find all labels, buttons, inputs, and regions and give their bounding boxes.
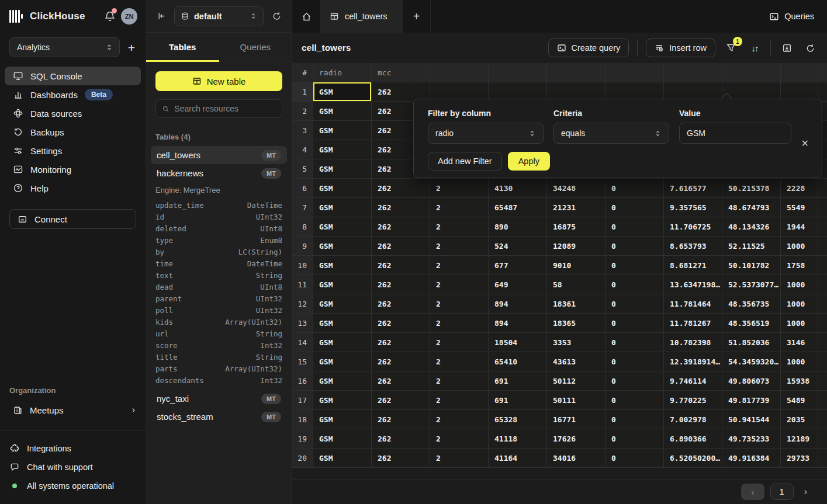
column-header[interactable]: # (292, 63, 313, 82)
table-cell[interactable]: 7.616577 (664, 179, 722, 197)
table-cell[interactable]: 8.653793 (664, 237, 722, 255)
table-cell[interactable]: 1000 (781, 237, 818, 255)
table-cell[interactable]: 2 (430, 429, 489, 448)
table-cell[interactable]: 34016 (547, 449, 605, 467)
tab-queries[interactable]: Queries (219, 33, 292, 61)
table-cell[interactable]: 0 (605, 275, 664, 294)
table-cell[interactable]: 262 (372, 275, 430, 294)
collapse-panel-button[interactable] (154, 9, 168, 23)
table-cell[interactable]: 11.781267 (664, 314, 722, 332)
workspace-select[interactable]: Analytics (9, 37, 120, 57)
table-cell[interactable]: 16771 (547, 410, 605, 429)
new-tab-button[interactable]: + (403, 0, 431, 33)
table-cell[interactable]: 0 (605, 179, 664, 197)
table-cell[interactable]: 9010 (547, 256, 605, 274)
sidebar-item-dashboards[interactable]: DashboardsBeta (5, 85, 141, 104)
refresh-table-button[interactable] (802, 40, 818, 55)
table-cell[interactable]: 262 (372, 294, 430, 313)
table-cell[interactable]: 894 (489, 294, 547, 313)
tab-cell-towers[interactable]: cell_towers (320, 0, 403, 33)
table-cell[interactable]: 58 (547, 275, 605, 294)
notifications-bell-icon[interactable] (103, 10, 116, 23)
table-cell[interactable]: 2 (430, 237, 489, 255)
table-cell[interactable]: 2 (430, 371, 489, 390)
table-cell[interactable]: 0 (605, 391, 664, 409)
sort-button[interactable]: ↓↑ (747, 40, 762, 55)
close-popup-icon[interactable]: ✕ (801, 138, 809, 149)
table-cell[interactable]: 65487 (489, 198, 547, 217)
table-cell[interactable]: 262 (372, 449, 430, 467)
table-cell[interactable]: 50.101782 (722, 256, 781, 274)
table-cell[interactable]: 2 (430, 333, 489, 352)
sidebar-footer-item-all-systems-operational[interactable]: All systems operational (9, 477, 136, 495)
table-cell[interactable]: GSM (313, 237, 372, 255)
table-cell[interactable]: 1000 (781, 314, 818, 332)
table-cell[interactable]: 0 (605, 429, 664, 448)
table-cell[interactable]: 12089 (547, 237, 605, 255)
table-cell[interactable]: 262 (372, 237, 430, 255)
insert-row-button[interactable]: Insert row (646, 39, 715, 57)
table-cell[interactable]: 2 (430, 217, 489, 236)
column-header[interactable] (781, 63, 818, 82)
sidebar-item-settings[interactable]: Settings (5, 141, 141, 160)
table-cell[interactable]: 2 (430, 294, 489, 313)
sidebar-item-help[interactable]: Help (5, 179, 141, 197)
sidebar-item-backups[interactable]: Backups (5, 123, 141, 141)
table-cell[interactable]: 11.706725 (664, 217, 722, 236)
sidebar-item-data-sources[interactable]: Data sources (5, 104, 141, 123)
column-header[interactable]: mcc (372, 63, 430, 82)
table-cell[interactable]: 34248 (547, 179, 605, 197)
table-cell[interactable]: 262 (372, 391, 430, 409)
table-cell[interactable]: 0 (605, 410, 664, 429)
table-cell[interactable]: 49.817739 (722, 391, 781, 409)
table-cell[interactable]: 18504 (489, 333, 547, 352)
sidebar-footer-item-chat-with-support[interactable]: Chat with support (9, 458, 136, 476)
table-cell[interactable]: 18361 (547, 294, 605, 313)
table-cell[interactable]: 2 (430, 391, 489, 409)
table-cell[interactable]: 50112 (547, 371, 605, 390)
table-cell[interactable]: 677 (489, 256, 547, 274)
table-cell[interactable]: 5549 (781, 198, 818, 217)
table-cell[interactable]: 49.916384 (722, 449, 781, 467)
avatar[interactable]: ZN (121, 8, 137, 25)
table-item-hackernews[interactable]: hackernews MT (151, 164, 287, 182)
table-cell[interactable]: 16875 (547, 217, 605, 236)
table-cell[interactable]: 48.674793 (722, 198, 781, 217)
table-cell[interactable]: 6.890366 (664, 429, 722, 448)
table-cell[interactable]: 2 (430, 410, 489, 429)
table-cell[interactable]: 18365 (547, 314, 605, 332)
table-cell[interactable]: GSM (313, 275, 372, 294)
table-cell[interactable]: GSM (313, 429, 372, 448)
criteria-select[interactable]: equals (553, 123, 669, 144)
table-cell[interactable]: 2 (430, 275, 489, 294)
column-header[interactable] (722, 63, 781, 82)
previous-page-button[interactable]: ‹ (741, 484, 764, 500)
table-cell[interactable]: GSM (313, 410, 372, 429)
table-cell[interactable]: 890 (489, 217, 547, 236)
create-query-button[interactable]: Create query (548, 39, 629, 57)
column-header[interactable] (605, 63, 664, 82)
table-cell[interactable]: 2228 (781, 179, 818, 197)
table-item-stocks-stream[interactable]: stocks_stream MT (151, 408, 287, 426)
table-cell[interactable]: 524 (489, 237, 547, 255)
table-cell[interactable]: 17626 (547, 429, 605, 448)
table-cell[interactable]: 51.852036 (722, 333, 781, 352)
table-cell[interactable]: 691 (489, 371, 547, 390)
download-button[interactable] (779, 40, 794, 55)
table-cell[interactable]: 262 (372, 371, 430, 390)
connect-button[interactable]: Connect (9, 209, 136, 229)
table-cell[interactable]: 1758 (781, 256, 818, 274)
filter-button[interactable]: 1 (724, 40, 739, 55)
table-cell[interactable]: 4130 (489, 179, 547, 197)
table-cell[interactable]: 0 (605, 237, 664, 255)
column-header[interactable] (489, 63, 547, 82)
new-table-button[interactable]: New table (155, 71, 282, 91)
table-cell[interactable]: 49.806073 (722, 371, 781, 390)
table-cell[interactable]: 65410 (489, 352, 547, 371)
table-cell[interactable]: 21231 (547, 198, 605, 217)
table-cell[interactable]: 262 (372, 198, 430, 217)
column-header[interactable] (547, 63, 605, 82)
table-cell[interactable]: 12.3918914… (664, 352, 722, 371)
table-cell[interactable]: 41164 (489, 449, 547, 467)
table-cell[interactable]: 1000 (781, 275, 818, 294)
